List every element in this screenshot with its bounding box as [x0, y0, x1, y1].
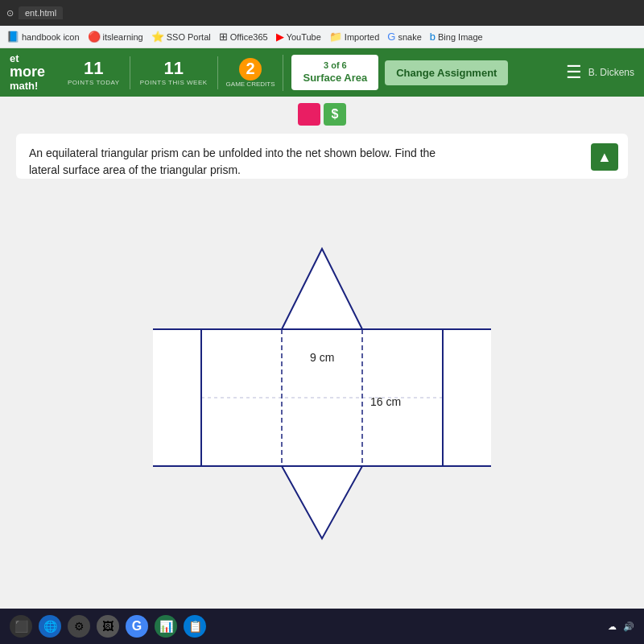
- bookmark-sso-label: SSO Portal: [167, 32, 211, 42]
- snake-icon: G: [387, 31, 395, 43]
- taskbar-start-icon[interactable]: ⬛: [10, 615, 32, 638]
- logo-line2: more: [10, 64, 45, 80]
- taskbar-left: ⬛ 🌐 ⚙ 🖼 G 📊 📋: [10, 615, 206, 638]
- bookmark-imported-label: Imported: [345, 32, 379, 42]
- surface-area-badge: 3 of 6 Surface Area: [291, 55, 378, 89]
- bookmark-sso[interactable]: ⭐ SSO Portal: [151, 31, 211, 43]
- points-week-value: 11: [163, 60, 183, 77]
- sso-icon: ⭐: [151, 31, 164, 43]
- taskbar-google-icon[interactable]: G: [126, 615, 148, 638]
- bookmarks-bar: 📘 handbook icon 🔴 itslearning ⭐ SSO Port…: [0, 26, 644, 48]
- taskbar-photos-icon[interactable]: 🖼: [97, 615, 119, 638]
- bookmark-snake[interactable]: G snake: [387, 31, 421, 43]
- main-content: $ An equilateral triangular prism can be…: [0, 97, 644, 609]
- check-button[interactable]: ▲: [591, 143, 618, 171]
- points-week-box: 11 POINTS THIS WEEK: [130, 56, 218, 89]
- username-display: B. Dickens: [588, 67, 634, 78]
- change-assignment-button[interactable]: Change Assignment: [385, 60, 508, 85]
- taskbar-right: ☁ 🔊: [608, 621, 634, 632]
- bing-icon: b: [430, 31, 436, 43]
- points-today-value: 11: [84, 60, 103, 77]
- logo-line3: math!: [10, 80, 45, 92]
- taskbar-volume-icon[interactable]: 🔊: [623, 621, 634, 632]
- browser-tab-title[interactable]: ent.html: [19, 6, 63, 19]
- bookmark-handbook[interactable]: 📘 handbook icon: [6, 31, 80, 43]
- bookmark-handbook-label: handbook icon: [22, 32, 80, 42]
- svg-rect-0: [201, 329, 443, 466]
- bookmark-youtube[interactable]: ▶ YouTube: [276, 31, 321, 43]
- hamburger-menu-icon[interactable]: ☰: [566, 62, 582, 83]
- bookmark-office-label: Office365: [230, 32, 268, 42]
- taskbar-excel-icon[interactable]: 📊: [155, 615, 177, 638]
- taskbar-settings-icon[interactable]: ⚙: [68, 615, 90, 638]
- points-week-label: POINTS THIS WEEK: [140, 79, 208, 86]
- points-today-box: 11 POINTS TODAY: [58, 56, 130, 89]
- youtube-icon: ▶: [276, 31, 284, 43]
- svg-marker-4: [282, 466, 362, 539]
- height-label-text: 16 cm: [370, 395, 401, 408]
- app-logo: et more math!: [10, 53, 45, 92]
- bookmark-bing[interactable]: b Bing Image: [430, 31, 483, 43]
- bookmark-snake-label: snake: [398, 32, 421, 42]
- credits-value: 2: [239, 58, 262, 80]
- surface-area-line2: Surface Area: [303, 72, 367, 85]
- bookmark-bing-label: Bing Image: [438, 32, 483, 42]
- token-row: $: [298, 97, 346, 129]
- bookmark-youtube-label: YouTube: [287, 32, 321, 42]
- svg-rect-2: [443, 329, 491, 466]
- diagram-container: 9 cm 16 cm: [0, 179, 644, 609]
- taskbar: ⬛ 🌐 ⚙ 🖼 G 📊 📋 ☁ 🔊: [0, 609, 644, 644]
- svg-rect-1: [153, 329, 201, 466]
- question-area: An equilateral triangular prism can be u…: [16, 134, 628, 179]
- browser-bar: ⊙ ent.html: [0, 0, 644, 26]
- credits-label: GAME CREDITS: [226, 80, 275, 88]
- taskbar-browser-icon[interactable]: 🌐: [39, 615, 61, 638]
- taskbar-cloud-icon: ☁: [608, 621, 617, 632]
- office-icon: ⊞: [219, 31, 228, 43]
- app-header: et more math! 11 POINTS TODAY 11 POINTS …: [0, 48, 644, 97]
- pink-token[interactable]: [298, 103, 320, 126]
- net-diagram-svg: 9 cm 16 cm: [153, 241, 491, 547]
- bookmark-imported[interactable]: 📁 Imported: [329, 31, 379, 43]
- question-text: An equilateral triangular prism can be u…: [29, 145, 448, 179]
- dollar-token[interactable]: $: [324, 103, 346, 126]
- surface-area-line1: 3 of 6: [303, 60, 367, 71]
- bookmark-itslearning-label: itslearning: [103, 32, 143, 42]
- bookmark-office[interactable]: ⊞ Office365: [219, 31, 268, 43]
- game-credits-box: 2 GAME CREDITS: [218, 55, 284, 91]
- imported-icon: 📁: [329, 31, 342, 43]
- itslearning-icon: 🔴: [88, 31, 101, 43]
- points-today-label: POINTS TODAY: [68, 79, 120, 86]
- side-label-text: 9 cm: [310, 351, 334, 364]
- logo-line1: et: [10, 53, 45, 64]
- svg-marker-3: [282, 249, 362, 329]
- browser-favicon: ⊙: [6, 8, 14, 19]
- handbook-icon: 📘: [6, 31, 19, 43]
- bookmark-itslearning[interactable]: 🔴 itslearning: [88, 31, 143, 43]
- taskbar-app-icon[interactable]: 📋: [184, 615, 206, 638]
